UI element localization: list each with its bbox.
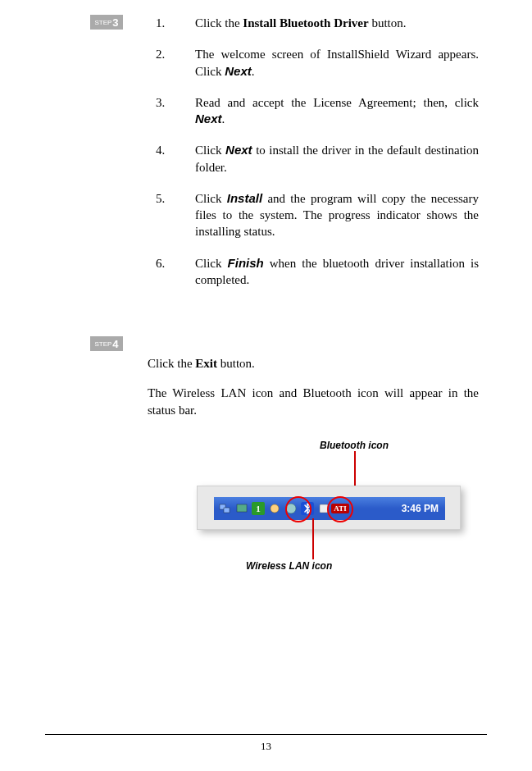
svg-rect-2	[237, 504, 247, 512]
step-word: STEP	[94, 340, 111, 348]
taskbar-clock: 3:46 PM	[402, 503, 439, 514]
callout-line	[354, 451, 356, 490]
bold-text: Install Bluetooth Driver	[243, 16, 368, 30]
step-4-line1: Click the Exit button.	[148, 355, 479, 372]
bold-italic-text: Next	[225, 143, 252, 157]
step-word: STEP	[94, 19, 111, 26]
footer-divider	[45, 734, 487, 735]
network-icon	[219, 502, 232, 515]
bold-italic-text: Next	[225, 64, 252, 78]
wireless-lan-label: Wireless LAN icon	[246, 560, 332, 572]
bluetooth-icon	[301, 502, 314, 515]
page-footer: 13	[0, 734, 532, 753]
svg-rect-1	[224, 508, 230, 513]
bold-italic-text: Next	[195, 112, 222, 125]
step-num: 4	[112, 338, 118, 350]
system-icon	[284, 502, 298, 515]
list-item: Click Next to install the driver in the …	[195, 142, 479, 176]
bluetooth-icon-label: Bluetooth icon	[320, 440, 389, 451]
bold-text: Exit	[195, 357, 217, 370]
page-number: 13	[261, 740, 271, 752]
page-content: STEP3 Click the Install Bluetooth Driver…	[0, 0, 532, 587]
bold-italic-text: Install	[227, 191, 262, 205]
taskbar-figure: Bluetooth icon 1	[148, 440, 479, 587]
svg-rect-5	[320, 504, 328, 513]
list-item: Click Finish when the bluetooth driver i…	[195, 255, 479, 289]
display-icon	[235, 502, 248, 515]
wireless-lan-icon: 1	[252, 502, 265, 515]
bold-italic-text: Finish	[228, 256, 264, 270]
step-4-badge: STEP4	[90, 336, 123, 351]
step-num: 3	[112, 16, 118, 29]
audio-icon	[268, 502, 281, 515]
step-4-section: Click the Exit button. The Wireless LAN …	[90, 355, 479, 587]
step-4-line2: The Wireless LAN icon and Bluetooth icon…	[148, 385, 479, 418]
tray-icons: 1	[214, 502, 347, 515]
taskbar-tray: 1	[214, 497, 445, 520]
step-3-list: Click the Install Bluetooth Driver butto…	[90, 15, 479, 288]
touchpad-icon	[317, 502, 330, 515]
list-item: Click the Install Bluetooth Driver butto…	[195, 15, 479, 31]
list-item: The welcome screen of InstallShield Wiza…	[195, 46, 479, 80]
svg-point-3	[271, 504, 279, 513]
svg-point-4	[286, 504, 296, 513]
list-item: Click Install and the program will copy …	[195, 190, 479, 240]
step-3-badge: STEP3	[90, 15, 123, 30]
ati-icon: ATI	[334, 502, 347, 515]
callout-line	[312, 518, 314, 559]
list-item: Read and accept the License Agreement; t…	[195, 94, 479, 128]
taskbar-screenshot: 1	[197, 486, 461, 530]
